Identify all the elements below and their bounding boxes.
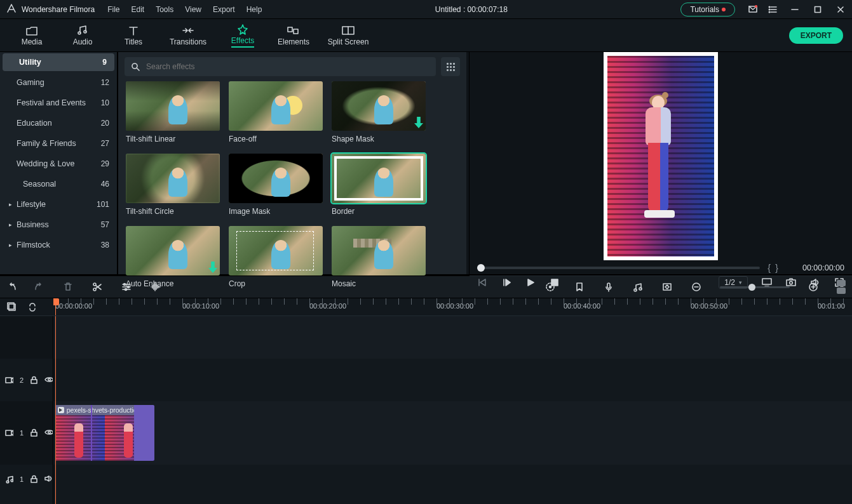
menu-help[interactable]: Help: [247, 5, 262, 14]
sidebar-item-label: Business: [17, 220, 101, 229]
lock-icon[interactable]: [30, 376, 38, 385]
sidebar-item-seasonal[interactable]: Seasonal46: [0, 174, 117, 194]
redo-icon[interactable]: [33, 281, 44, 293]
effect-item-shape-mask[interactable]: Shape Mask: [332, 81, 426, 145]
export-button[interactable]: EXPORT: [789, 27, 843, 44]
track-head-video2[interactable]: 2: [0, 359, 53, 401]
ruler-label: 00:00:10:00: [182, 302, 219, 310]
sidebar-item-label: Festival and Events: [17, 98, 101, 107]
undo-icon[interactable]: [6, 281, 18, 293]
timeline-clip[interactable]: pexels-shvets-production-719: [55, 405, 154, 461]
delete-icon[interactable]: [62, 281, 74, 293]
svg-point-38: [11, 479, 13, 482]
tab-elements[interactable]: Elements: [268, 19, 319, 52]
marker-icon[interactable]: [574, 281, 585, 293]
audio-mixer-icon[interactable]: [632, 281, 644, 293]
svg-rect-13: [762, 279, 771, 284]
search-input-wrap[interactable]: [125, 57, 436, 76]
svg-rect-23: [607, 283, 610, 288]
lock-icon[interactable]: [30, 475, 38, 484]
sidebar-item-utility[interactable]: Utility9: [3, 53, 114, 71]
split-icon[interactable]: [91, 281, 103, 293]
sidebar-item-business[interactable]: ▸Business57: [0, 215, 117, 235]
play-forward-icon[interactable]: [501, 277, 511, 288]
tutorials-button[interactable]: Tutorials: [680, 3, 735, 17]
zoom-fit-icon[interactable]: [837, 280, 846, 294]
sidebar-item-education[interactable]: Education20: [0, 113, 117, 133]
track-lanes[interactable]: pexels-shvets-production-719: [53, 316, 852, 504]
tab-effects[interactable]: Effects: [217, 19, 268, 52]
effect-item-tilt-shift-circle[interactable]: Tilt-shift Circle: [126, 154, 220, 217]
preview-controls: 1/2▾: [470, 275, 852, 289]
zoom-slider[interactable]: [720, 286, 790, 288]
sidebar-item-family-friends[interactable]: Family & Friends27: [0, 133, 117, 154]
sidebar-item-count: 12: [101, 78, 109, 87]
mark-in-button[interactable]: {: [766, 263, 772, 273]
play-icon[interactable]: [525, 277, 536, 288]
preview-scrub-bar[interactable]: [477, 267, 760, 269]
view-grid-icon[interactable]: [441, 57, 460, 76]
effect-item-mosaic[interactable]: Mosaic: [332, 226, 426, 289]
notification-dot-icon: [722, 8, 726, 11]
menu-edit[interactable]: Edit: [132, 5, 145, 14]
keyframe-icon[interactable]: [661, 281, 673, 293]
step-back-icon[interactable]: [477, 277, 487, 288]
auto-ripple-icon[interactable]: [27, 302, 38, 313]
menu-file[interactable]: File: [107, 5, 119, 14]
sidebar-item-festival-and-events[interactable]: Festival and Events10: [0, 93, 117, 113]
svg-point-24: [634, 289, 637, 291]
svg-rect-35: [31, 432, 37, 436]
menu-tools[interactable]: Tools: [156, 5, 173, 14]
visibility-icon[interactable]: [44, 428, 53, 437]
window-close-button[interactable]: [829, 0, 852, 19]
menu-view[interactable]: View: [185, 5, 201, 14]
lock-icon[interactable]: [30, 428, 38, 437]
title-bar: Wondershare Filmora File Edit Tools View…: [0, 0, 852, 19]
effect-name: Image Mask: [229, 207, 323, 216]
tab-audio[interactable]: Audio: [57, 19, 108, 52]
effect-item-tilt-shift-linear[interactable]: Tilt-shift Linear: [126, 81, 220, 145]
zoom-in-icon[interactable]: [808, 281, 819, 293]
window-maximize-button[interactable]: [806, 0, 829, 19]
effect-item-auto-enhance[interactable]: Auto Enhance: [126, 226, 220, 289]
audio-track-icon: [5, 475, 13, 484]
voiceover-icon[interactable]: [603, 281, 614, 293]
tab-split-screen[interactable]: Split Screen: [319, 19, 377, 52]
message-icon[interactable]: [748, 4, 758, 15]
chevron-down-icon: ▾: [739, 279, 742, 286]
effect-thumbnail: [229, 154, 323, 203]
search-input[interactable]: [145, 62, 429, 72]
sidebar-item-gaming[interactable]: Gaming12: [0, 72, 117, 93]
effect-item-face-off[interactable]: Face-off: [229, 81, 323, 145]
track-head-audio1[interactable]: 1: [0, 465, 53, 493]
effect-item-image-mask[interactable]: Image Mask: [229, 154, 323, 217]
render-icon[interactable]: [544, 281, 556, 293]
task-list-icon[interactable]: [768, 4, 778, 15]
visibility-icon[interactable]: [44, 376, 53, 385]
track-headers: 2 1 1: [0, 316, 53, 504]
effects-category-sidebar: Utility9Gaming12Festival and Events10Edu…: [0, 52, 118, 274]
effect-item-border[interactable]: Border: [332, 154, 426, 217]
app-logo-icon: [6, 3, 17, 15]
playhead-line[interactable]: [55, 316, 56, 504]
svg-point-2: [769, 6, 769, 7]
sidebar-item-filmstock[interactable]: ▸Filmstock38: [0, 235, 117, 255]
mark-out-button[interactable]: }: [774, 263, 780, 273]
sidebar-item-wedding-love[interactable]: Wedding & Love29: [0, 154, 117, 174]
sidebar-item-lifestyle[interactable]: ▸Lifestyle101: [0, 194, 117, 215]
svg-point-37: [6, 481, 9, 483]
effect-item-crop[interactable]: Crop: [229, 226, 323, 289]
window-minimize-button[interactable]: [783, 0, 806, 19]
tab-transitions[interactable]: Transitions: [159, 19, 217, 52]
playhead[interactable]: [55, 298, 56, 315]
zoom-out-icon[interactable]: [691, 281, 702, 293]
timeline-ruler[interactable]: 00:00:00:0000:00:10:0000:00:20:0000:00:3…: [0, 298, 852, 316]
preview-canvas[interactable]: [604, 52, 718, 260]
mute-icon[interactable]: [44, 475, 53, 484]
track-head-video1[interactable]: 1: [0, 401, 53, 465]
sidebar-item-label: Gaming: [17, 78, 101, 87]
menu-export[interactable]: Export: [213, 5, 235, 14]
track-manager-icon[interactable]: [6, 302, 18, 313]
tab-media[interactable]: Media: [6, 19, 57, 52]
tab-titles[interactable]: Titles: [108, 19, 159, 52]
